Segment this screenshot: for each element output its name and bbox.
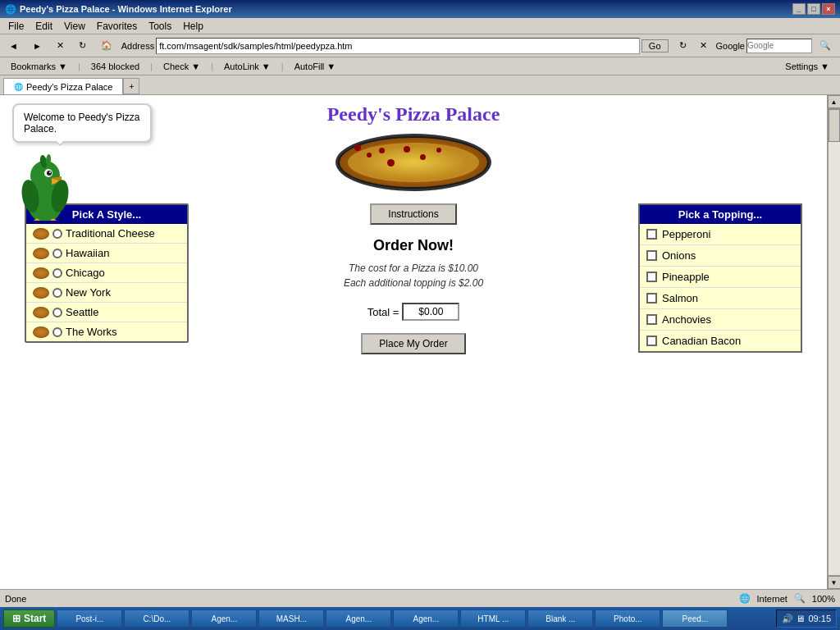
restore-button[interactable]: □ — [807, 3, 820, 15]
search-label: Google — [716, 41, 745, 51]
total-label: Total = — [368, 306, 399, 318]
address-input[interactable] — [156, 38, 640, 54]
menu-tools[interactable]: Tools — [144, 20, 176, 33]
topping-label-4: Anchovies — [662, 313, 711, 326]
style-radio-5[interactable] — [52, 327, 62, 337]
blocked-button[interactable]: 364 blocked — [84, 60, 147, 73]
style-hawaiian[interactable]: Hawaiian — [26, 244, 187, 263]
internet-icon: 🌐 — [739, 593, 751, 604]
topping-panel-header: Pick a Topping... — [640, 205, 801, 224]
style-label-2: Chicago — [66, 267, 105, 279]
back-button[interactable]: ◄ — [3, 39, 24, 53]
new-tab-button[interactable]: + — [123, 78, 139, 94]
style-label-4: Seattle — [66, 306, 98, 318]
google-search-input[interactable] — [746, 39, 812, 53]
title-bar-text: Peedy's Pizza Palace - Windows Internet … — [20, 4, 232, 14]
browser-icon: 🌐 — [5, 4, 16, 15]
address-label: Address — [121, 41, 154, 51]
style-label-3: New York — [66, 286, 111, 299]
topping-salmon[interactable]: Salmon — [640, 288, 801, 309]
minimize-button[interactable]: _ — [792, 3, 806, 15]
instructions-button[interactable]: Instructions — [370, 203, 456, 225]
pizza-image — [336, 134, 491, 191]
topping-onions[interactable]: Onions — [640, 245, 801, 267]
scroll-down-button[interactable]: ▼ — [828, 576, 841, 589]
style-pizza-icon-4 — [33, 307, 49, 318]
style-radio-0[interactable] — [52, 229, 62, 239]
check-button[interactable]: Check ▼ — [156, 60, 208, 73]
title-bar-controls[interactable]: _ □ × — [792, 3, 835, 15]
main-layout: Pick A Style... Traditional Cheese Hawai… — [16, 203, 810, 354]
place-order-button[interactable]: Place My Order — [361, 333, 465, 354]
menu-edit[interactable]: Edit — [30, 20, 57, 33]
settings-button[interactable]: Settings ▼ — [778, 60, 837, 73]
cost-line-2: Each additional topping is $2.00 — [205, 276, 622, 290]
scrollbar-thumb[interactable] — [829, 109, 840, 142]
menu-file[interactable]: File — [3, 20, 29, 33]
topping-pepperoni[interactable]: Pepperoni — [640, 224, 801, 245]
style-radio-2[interactable] — [52, 268, 62, 278]
topping-checkbox-0[interactable] — [646, 229, 657, 240]
svg-point-6 — [49, 171, 51, 173]
scrollbar-track[interactable] — [828, 108, 841, 576]
topping-checkbox-5[interactable] — [646, 336, 657, 346]
style-panel: Pick A Style... Traditional Cheese Hawai… — [25, 203, 189, 343]
topping-pineapple[interactable]: Pineapple — [640, 267, 801, 288]
style-radio-1[interactable] — [52, 249, 62, 258]
cost-info: The cost for a Pizza is $10.00 Each addi… — [205, 261, 622, 290]
stop-button[interactable]: ✕ — [51, 38, 70, 53]
topping-label-5: Canadian Bacon — [662, 335, 741, 347]
tab-favicon: 🌐 — [14, 83, 23, 91]
style-label-5: The Works — [66, 326, 117, 338]
style-traditional-cheese[interactable]: Traditional Cheese — [26, 224, 187, 244]
status-text: Done — [5, 594, 26, 604]
svg-line-14 — [53, 219, 57, 221]
refresh-button[interactable]: ↻ — [73, 38, 92, 53]
search-button[interactable]: 🔍 — [814, 38, 837, 53]
style-new-york[interactable]: New York — [26, 283, 187, 303]
go-button[interactable]: Go — [641, 39, 669, 52]
title-bar: 🌐 Peedy's Pizza Palace - Windows Interne… — [0, 0, 840, 18]
style-the-works[interactable]: The Works — [26, 322, 187, 341]
menu-view[interactable]: View — [59, 20, 90, 33]
topping-checkbox-1[interactable] — [646, 250, 657, 261]
bookmarks-button[interactable]: Bookmarks ▼ — [3, 60, 75, 73]
page-wrapper: Welcome to Peedy's Pizza Palace. — [0, 95, 827, 505]
total-row: Total = — [205, 303, 622, 321]
topping-checkbox-4[interactable] — [646, 314, 657, 325]
scrollbar[interactable]: ▲ ▼ — [827, 95, 840, 589]
tab-title: Peedy's Pizza Palace — [26, 82, 112, 92]
zoom-icon: 🔍 — [794, 593, 806, 604]
home-button[interactable]: 🏠 — [95, 38, 118, 53]
autofill-button[interactable]: AutoFill ▼ — [287, 60, 344, 73]
content-area: Welcome to Peedy's Pizza Palace. — [0, 95, 827, 589]
close-button[interactable]: × — [822, 3, 835, 15]
topping-checkbox-3[interactable] — [646, 293, 657, 304]
separator-1: | — [78, 62, 80, 71]
topping-checkbox-2[interactable] — [646, 272, 657, 282]
parrot-image — [12, 147, 78, 221]
style-chicago[interactable]: Chicago — [26, 263, 187, 283]
scroll-up-button[interactable]: ▲ — [828, 95, 841, 108]
menu-favorites[interactable]: Favorites — [92, 20, 142, 33]
agent-area: Welcome to Peedy's Pizza Palace. — [12, 103, 152, 221]
topping-anchovies[interactable]: Anchovies — [640, 309, 801, 331]
total-input[interactable] — [402, 303, 459, 321]
agent-speech-text: Welcome to Peedy's Pizza Palace. — [24, 112, 139, 135]
style-label-1: Hawaiian — [66, 247, 109, 259]
center-panel: Instructions Order Now! The cost for a P… — [189, 203, 638, 354]
topping-canadian-bacon[interactable]: Canadian Bacon — [640, 331, 801, 351]
toolbar: ◄ ► ✕ ↻ 🏠 Address Go ↻ ✕ Google 🔍 — [0, 34, 840, 57]
refresh-page-button[interactable]: ↻ — [673, 38, 692, 53]
autolink-button[interactable]: AutoLink ▼ — [217, 60, 278, 73]
style-seattle[interactable]: Seattle — [26, 303, 187, 322]
menu-help[interactable]: Help — [178, 20, 208, 33]
stop-page-button[interactable]: ✕ — [694, 38, 713, 53]
order-heading: Order Now! — [205, 237, 622, 254]
style-radio-3[interactable] — [52, 288, 62, 298]
style-radio-4[interactable] — [52, 308, 62, 317]
forward-button[interactable]: ► — [27, 39, 48, 53]
separator-3: | — [211, 62, 213, 71]
zone-text: Internet — [757, 594, 788, 604]
browser-tab[interactable]: 🌐 Peedy's Pizza Palace — [3, 78, 123, 94]
